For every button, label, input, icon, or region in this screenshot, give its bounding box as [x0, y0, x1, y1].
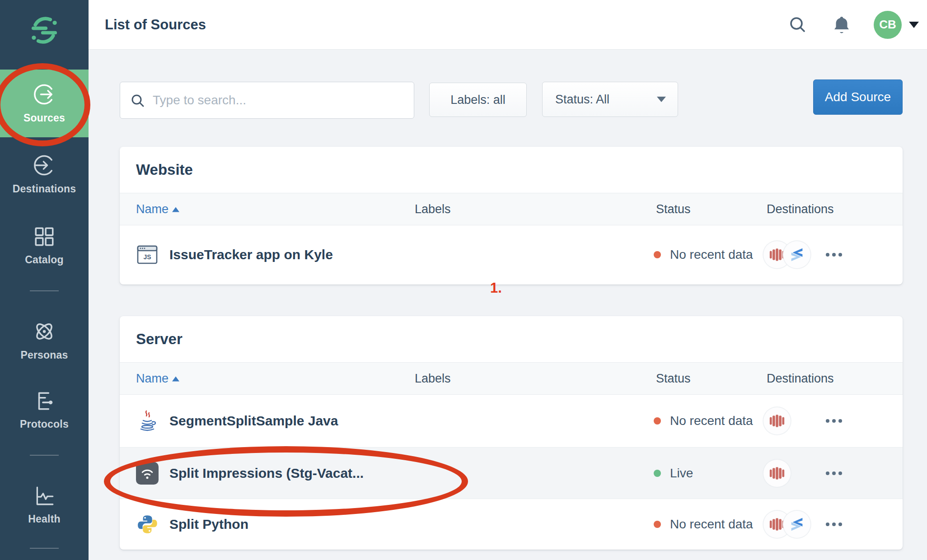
top-header: List of Sources CB	[89, 0, 927, 50]
status-dot	[654, 470, 661, 477]
column-header-status: Status	[656, 202, 691, 216]
source-name[interactable]: IssueTracker app on Kyle	[169, 247, 333, 262]
personas-icon	[33, 320, 56, 343]
sidebar-item-sources[interactable]: Sources	[0, 70, 89, 137]
table-row[interactable]: Split Python No recent data	[120, 499, 903, 549]
website-section-card: Website Name Labels Status Destinations …	[120, 147, 903, 285]
labels-filter-button[interactable]: Labels: all	[429, 83, 527, 117]
source-search	[120, 82, 414, 119]
status-filter-label: Status: All	[555, 93, 609, 107]
sidebar-divider	[30, 290, 59, 291]
java-icon	[136, 410, 159, 432]
notifications-bell-icon[interactable]	[831, 14, 852, 35]
section-title: Server	[136, 316, 183, 362]
redshift-destination-icon[interactable]	[763, 459, 791, 487]
sidebar-divider	[30, 455, 59, 456]
status-text: No recent data	[670, 517, 753, 532]
split-destination-icon[interactable]	[783, 510, 811, 538]
sidebar-item-health[interactable]: Health	[0, 480, 89, 530]
column-header-destinations: Destinations	[767, 202, 834, 216]
row-menu-ellipsis-icon[interactable]	[822, 467, 846, 480]
python-icon	[136, 513, 159, 536]
status-dot	[654, 251, 661, 258]
section-title: Website	[136, 147, 193, 193]
redshift-destination-icon[interactable]	[763, 407, 791, 435]
table-row[interactable]: Split Impressions (Stg-Vacat... Live	[120, 448, 903, 499]
column-header-status: Status	[656, 372, 691, 386]
search-input-icon	[130, 93, 145, 108]
health-icon	[33, 485, 56, 507]
sidebar-item-label: Protocols	[20, 418, 69, 430]
search-input[interactable]	[153, 82, 406, 118]
column-header-destinations: Destinations	[767, 372, 834, 386]
column-header-labels: Labels	[415, 202, 451, 216]
column-header-name[interactable]: Name	[136, 202, 179, 216]
labels-filter-label: Labels: all	[450, 93, 506, 107]
status-text: Live	[670, 466, 693, 481]
sidebar-item-destinations[interactable]: Destinations	[0, 149, 89, 200]
sidebar: Sources Destinations Catalog	[0, 0, 89, 560]
segment-logo-icon[interactable]	[0, 15, 89, 45]
avatar[interactable]: CB	[874, 11, 902, 39]
table-row[interactable]: JS IssueTracker app on Kyle No recent da…	[120, 225, 903, 284]
status-text: No recent data	[670, 247, 753, 262]
add-source-button[interactable]: Add Source	[813, 79, 903, 115]
catalog-icon	[33, 225, 56, 248]
column-header-labels: Labels	[415, 372, 451, 386]
wifi-device-icon	[136, 462, 159, 485]
status-cell: No recent data	[654, 414, 753, 428]
status-cell: No recent data	[654, 247, 753, 262]
sidebar-item-label: Sources	[23, 112, 65, 124]
svg-text:JS: JS	[143, 253, 151, 261]
destinations-icon	[33, 154, 56, 177]
split-destination-icon[interactable]	[783, 241, 811, 269]
status-dot	[654, 521, 661, 528]
status-text: No recent data	[670, 414, 753, 428]
source-name[interactable]: Split Impressions (Stg-Vacat...	[169, 466, 364, 481]
table-header: Name Labels Status Destinations	[120, 362, 903, 395]
sidebar-divider	[30, 548, 59, 549]
status-filter-dropdown[interactable]: Status: All	[542, 82, 678, 117]
table-row[interactable]: SegmentSplitSample Java No recent data	[120, 395, 903, 448]
row-menu-ellipsis-icon[interactable]	[822, 414, 846, 428]
sidebar-item-personas[interactable]: Personas	[0, 315, 89, 366]
page-title: List of Sources	[105, 17, 206, 33]
sidebar-item-label: Catalog	[25, 254, 64, 266]
sidebar-item-protocols[interactable]: Protocols	[0, 385, 89, 435]
sources-icon	[33, 83, 56, 106]
source-name[interactable]: SegmentSplitSample Java	[169, 413, 338, 429]
sidebar-item-catalog[interactable]: Catalog	[0, 220, 89, 271]
sort-asc-icon	[172, 207, 179, 212]
avatar-initials: CB	[879, 18, 896, 32]
row-menu-ellipsis-icon[interactable]	[822, 248, 846, 261]
dropdown-caret-icon	[657, 97, 666, 102]
row-menu-ellipsis-icon[interactable]	[822, 518, 846, 531]
source-name[interactable]: Split Python	[169, 517, 248, 532]
status-cell: Live	[654, 466, 693, 481]
account-caret-down-icon[interactable]	[909, 22, 919, 28]
server-section-card: Server Name Labels Status Destinations S…	[120, 316, 903, 550]
search-icon[interactable]	[788, 15, 808, 35]
protocols-icon	[33, 390, 56, 412]
sidebar-item-label: Personas	[20, 349, 68, 361]
sidebar-item-label: Destinations	[13, 183, 76, 195]
sort-asc-icon	[172, 377, 179, 382]
javascript-browser-icon: JS	[136, 243, 159, 266]
status-cell: No recent data	[654, 517, 753, 532]
table-header: Name Labels Status Destinations	[120, 193, 903, 225]
column-header-name[interactable]: Name	[136, 372, 179, 386]
sidebar-item-label: Health	[28, 513, 61, 525]
status-dot	[654, 417, 661, 425]
